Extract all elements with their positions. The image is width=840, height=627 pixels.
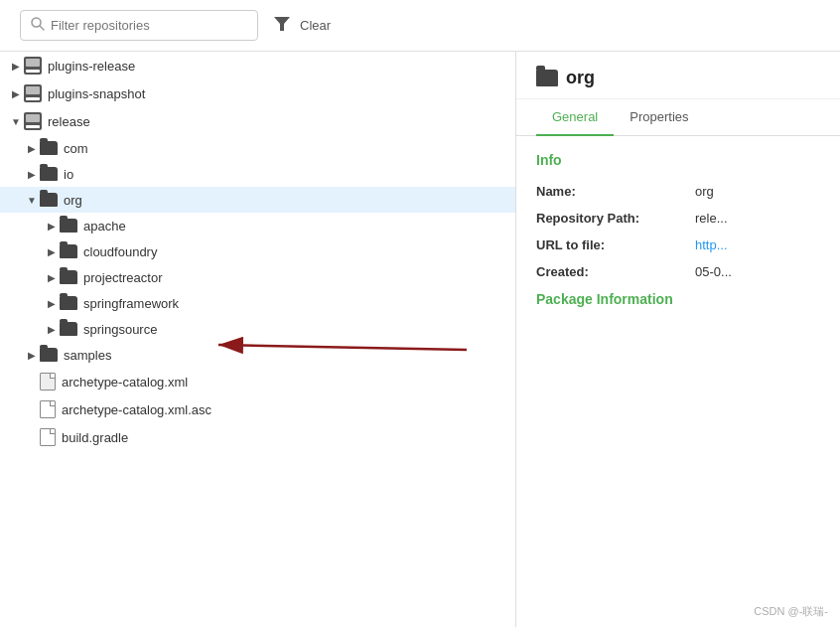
folder-icon [40, 193, 58, 207]
item-label: org [64, 193, 82, 208]
info-value-created: 05-0... [695, 264, 732, 279]
tree-item-plugins-snapshot[interactable]: ▶ plugins-snapshot [0, 79, 515, 107]
search-icon [31, 17, 45, 34]
tree-item-springframework[interactable]: ▶ springframework [0, 290, 515, 316]
item-label: samples [64, 348, 111, 363]
toggle-spacer [24, 374, 40, 390]
info-row-repo-path: Repository Path: rele... [536, 211, 820, 226]
item-label: archetype-catalog.xml.asc [62, 402, 211, 417]
toggle-icon[interactable]: ▼ [8, 113, 24, 129]
clear-button[interactable]: Clear [300, 18, 331, 33]
toggle-icon[interactable]: ▶ [24, 140, 40, 156]
tree-item-archetype-catalog-xml[interactable]: archetype-catalog.xml [0, 368, 515, 395]
repo-icon [24, 112, 42, 130]
info-row-created: Created: 05-0... [536, 264, 820, 279]
info-label-url: URL to file: [536, 237, 675, 252]
toggle-spacer [24, 401, 40, 417]
toggle-icon[interactable]: ▶ [44, 295, 60, 311]
toggle-spacer [24, 429, 40, 445]
right-panel: org General Properties Info Name: org Re… [516, 52, 840, 627]
toggle-icon[interactable]: ▶ [44, 269, 60, 285]
toggle-icon[interactable]: ▶ [44, 218, 60, 234]
info-section-title: Info [536, 152, 820, 168]
tab-general[interactable]: General [536, 99, 614, 136]
repo-icon [24, 57, 42, 75]
item-label: com [64, 141, 88, 156]
main-container: Clear ▶ plugins-release ▶ plugins-snapsh… [0, 0, 840, 627]
content-area: ▶ plugins-release ▶ plugins-snapshot ▼ r… [0, 52, 840, 627]
tree-item-apache[interactable]: ▶ apache [0, 213, 515, 238]
info-label-repo-path: Repository Path: [536, 211, 675, 226]
tree-item-com[interactable]: ▶ com [0, 135, 515, 161]
panel-title: org [566, 68, 595, 88]
toggle-icon[interactable]: ▶ [44, 321, 60, 337]
tree-item-projectreactor[interactable]: ▶ projectreactor [0, 264, 515, 290]
file-icon [40, 400, 56, 418]
item-label: plugins-snapshot [48, 86, 145, 101]
tree-item-release[interactable]: ▼ release [0, 107, 515, 135]
repo-icon [24, 84, 42, 102]
toggle-icon[interactable]: ▶ [24, 347, 40, 363]
info-row-name: Name: org [536, 184, 820, 199]
item-label: springsource [83, 322, 157, 337]
item-label: archetype-catalog.xml [62, 375, 188, 390]
item-label: build.gradle [62, 430, 128, 445]
tree-item-samples[interactable]: ▶ samples [0, 342, 515, 368]
tree-item-plugins-release[interactable]: ▶ plugins-release [0, 52, 515, 79]
info-label-created: Created: [536, 264, 675, 279]
item-label: plugins-release [48, 59, 135, 74]
item-label: projectreactor [83, 270, 162, 285]
file-icon [40, 373, 56, 391]
item-label: cloudfoundry [83, 244, 157, 259]
folder-icon [40, 141, 58, 155]
tree-item-org[interactable]: ▼ org [0, 187, 515, 213]
toggle-icon[interactable]: ▶ [8, 58, 24, 74]
folder-icon [60, 270, 77, 284]
tree-item-cloudfoundry[interactable]: ▶ cloudfoundry [0, 238, 515, 264]
tab-properties[interactable]: Properties [614, 99, 704, 136]
panel-content: Info Name: org Repository Path: rele... … [516, 136, 840, 323]
info-value-url[interactable]: http... [695, 237, 728, 252]
tree-item-springsource[interactable]: ▶ springsource [0, 316, 515, 342]
info-value-name: org [695, 184, 714, 199]
search-box [20, 10, 258, 41]
folder-icon [60, 322, 77, 336]
tree-item-archetype-catalog-xml-asc[interactable]: archetype-catalog.xml.asc [0, 395, 515, 423]
svg-marker-2 [274, 17, 290, 31]
filter-icon[interactable] [274, 17, 290, 35]
top-bar: Clear [0, 0, 840, 52]
watermark: CSDN @-联瑞- [754, 604, 828, 619]
folder-icon [60, 296, 77, 310]
svg-line-1 [40, 26, 44, 30]
tree-item-build-gradle[interactable]: build.gradle [0, 423, 515, 451]
toggle-icon[interactable]: ▼ [24, 192, 40, 208]
folder-icon [60, 244, 77, 258]
toggle-icon[interactable]: ▶ [24, 166, 40, 182]
panel-header: org [516, 52, 840, 99]
item-label: apache [83, 219, 126, 234]
item-label: springframework [83, 296, 179, 311]
info-value-repo-path: rele... [695, 211, 728, 226]
folder-icon [40, 348, 58, 362]
package-section-title: Package Information [536, 291, 820, 307]
tab-bar: General Properties [516, 99, 840, 136]
folder-icon [60, 219, 77, 233]
info-row-url: URL to file: http... [536, 237, 820, 252]
folder-icon [40, 167, 58, 181]
item-label: release [48, 114, 90, 129]
info-label-name: Name: [536, 184, 675, 199]
tree-item-io[interactable]: ▶ io [0, 161, 515, 187]
item-label: io [64, 167, 73, 182]
search-input[interactable] [51, 18, 247, 33]
file-icon [40, 428, 56, 446]
left-panel: ▶ plugins-release ▶ plugins-snapshot ▼ r… [0, 52, 516, 627]
panel-folder-icon [536, 70, 558, 86]
toggle-icon[interactable]: ▶ [44, 243, 60, 259]
toggle-icon[interactable]: ▶ [8, 85, 24, 101]
